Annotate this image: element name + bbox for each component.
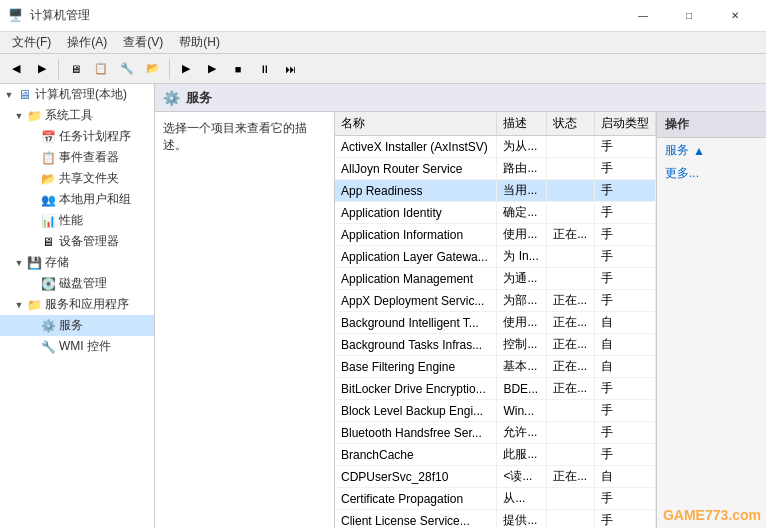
table-row[interactable]: Base Filtering Engine基本...正在...自 bbox=[335, 356, 656, 378]
table-row[interactable]: BitLocker Drive Encryptio...BDE...正在...手 bbox=[335, 378, 656, 400]
task-expand bbox=[26, 130, 40, 144]
tree-system-tools[interactable]: ▼ 📁 系统工具 bbox=[0, 105, 154, 126]
play2-button[interactable]: ▶ bbox=[200, 57, 224, 81]
toolbar-btn-2[interactable]: 📋 bbox=[89, 57, 113, 81]
forward-button[interactable]: ▶ bbox=[30, 57, 54, 81]
toolbar-btn-3[interactable]: 🔧 bbox=[115, 57, 139, 81]
menu-help[interactable]: 帮助(H) bbox=[171, 32, 228, 53]
svc-icon: ⚙️ bbox=[40, 318, 56, 334]
tree-task-scheduler[interactable]: 📅 任务计划程序 bbox=[0, 126, 154, 147]
service-name-cell: BitLocker Drive Encryptio... bbox=[335, 378, 497, 400]
storage-expand: ▼ bbox=[12, 256, 26, 270]
service-name-cell: Application Identity bbox=[335, 202, 497, 224]
table-row[interactable]: Certificate Propagation从...手 bbox=[335, 488, 656, 510]
table-row[interactable]: Application Layer Gatewa...为 In...手 bbox=[335, 246, 656, 268]
menu-bar: 文件(F) 操作(A) 查看(V) 帮助(H) bbox=[0, 32, 766, 54]
table-row[interactable]: Bluetooth Handsfree Ser...允许...手 bbox=[335, 422, 656, 444]
service-start-cell: 手 bbox=[594, 136, 655, 158]
tree-shared-label: 共享文件夹 bbox=[59, 170, 119, 187]
col-start[interactable]: 启动类型 bbox=[594, 112, 655, 136]
service-status-cell bbox=[547, 246, 595, 268]
tree-performance[interactable]: 📊 性能 bbox=[0, 210, 154, 231]
table-row[interactable]: AllJoyn Router Service路由...手 bbox=[335, 158, 656, 180]
action-panel: 操作 服务 ▲ 更多... bbox=[656, 112, 766, 528]
service-status-cell bbox=[547, 158, 595, 180]
back-button[interactable]: ◀ bbox=[4, 57, 28, 81]
tree-local-users[interactable]: 👥 本地用户和组 bbox=[0, 189, 154, 210]
service-name-cell: Background Tasks Infras... bbox=[335, 334, 497, 356]
toolbar-btn-4[interactable]: 📂 bbox=[141, 57, 165, 81]
service-desc-cell: Win... bbox=[497, 400, 547, 422]
tree-services[interactable]: ⚙️ 服务 bbox=[0, 315, 154, 336]
table-row[interactable]: Application Information使用...正在...手 bbox=[335, 224, 656, 246]
toolbar-btn-1[interactable]: 🖥 bbox=[63, 57, 87, 81]
table-row[interactable]: Application Identity确定...手 bbox=[335, 202, 656, 224]
table-row[interactable]: App Readiness当用...手 bbox=[335, 180, 656, 202]
service-start-cell: 手 bbox=[594, 422, 655, 444]
tree-perf-label: 性能 bbox=[59, 212, 83, 229]
service-status-cell bbox=[547, 488, 595, 510]
service-start-cell: 手 bbox=[594, 158, 655, 180]
action-service-link[interactable]: 服务 ▲ bbox=[657, 138, 766, 163]
service-name-cell: BranchCache bbox=[335, 444, 497, 466]
table-row[interactable]: Block Level Backup Engi...Win...手 bbox=[335, 400, 656, 422]
close-button[interactable]: ✕ bbox=[712, 0, 758, 32]
menu-action[interactable]: 操作(A) bbox=[59, 32, 115, 53]
storage-icon: 💾 bbox=[26, 255, 42, 271]
service-name-cell: AppX Deployment Servic... bbox=[335, 290, 497, 312]
stop-button[interactable]: ■ bbox=[226, 57, 250, 81]
service-start-cell: 自 bbox=[594, 466, 655, 488]
table-row[interactable]: Background Tasks Infras...控制...正在...自 bbox=[335, 334, 656, 356]
service-status-cell: 正在... bbox=[547, 334, 595, 356]
service-start-cell: 自 bbox=[594, 356, 655, 378]
col-name[interactable]: 名称 bbox=[335, 112, 497, 136]
maximize-button[interactable]: □ bbox=[666, 0, 712, 32]
toolbar: ◀ ▶ 🖥 📋 🔧 📂 ▶ ▶ ■ ⏸ ⏭ bbox=[0, 54, 766, 84]
play-button[interactable]: ▶ bbox=[174, 57, 198, 81]
task-icon: 📅 bbox=[40, 129, 56, 145]
perf-icon: 📊 bbox=[40, 213, 56, 229]
table-row[interactable]: BranchCache此服...手 bbox=[335, 444, 656, 466]
service-status-cell bbox=[547, 202, 595, 224]
tree-disk-label: 磁盘管理 bbox=[59, 275, 107, 292]
minimize-button[interactable]: — bbox=[620, 0, 666, 32]
service-status-cell bbox=[547, 180, 595, 202]
tree-shared-folders[interactable]: 📂 共享文件夹 bbox=[0, 168, 154, 189]
event-icon: 📋 bbox=[40, 150, 56, 166]
service-start-cell: 自 bbox=[594, 334, 655, 356]
service-start-cell: 自 bbox=[594, 312, 655, 334]
tree-services-apps[interactable]: ▼ 📁 服务和应用程序 bbox=[0, 294, 154, 315]
tree-disk-mgmt[interactable]: 💽 磁盘管理 bbox=[0, 273, 154, 294]
service-name-cell: Block Level Backup Engi... bbox=[335, 400, 497, 422]
service-name-cell: App Readiness bbox=[335, 180, 497, 202]
table-row[interactable]: Client License Service...提供...手 bbox=[335, 510, 656, 529]
toolbar-sep-1 bbox=[58, 59, 59, 79]
table-row[interactable]: Application Management为通...手 bbox=[335, 268, 656, 290]
title-text: 计算机管理 bbox=[30, 7, 90, 24]
service-start-cell: 手 bbox=[594, 378, 655, 400]
device-expand bbox=[26, 235, 40, 249]
col-status[interactable]: 状态 bbox=[547, 112, 595, 136]
restart-button[interactable]: ⏭ bbox=[278, 57, 302, 81]
table-row[interactable]: Background Intelligent T...使用...正在...自 bbox=[335, 312, 656, 334]
col-desc[interactable]: 描述 bbox=[497, 112, 547, 136]
table-row[interactable]: AppX Deployment Servic...为部...正在...手 bbox=[335, 290, 656, 312]
pause-button[interactable]: ⏸ bbox=[252, 57, 276, 81]
tree-device-manager[interactable]: 🖥 设备管理器 bbox=[0, 231, 154, 252]
tree-root[interactable]: ▼ 🖥 计算机管理(本地) bbox=[0, 84, 154, 105]
shared-icon: 📂 bbox=[40, 171, 56, 187]
menu-file[interactable]: 文件(F) bbox=[4, 32, 59, 53]
service-desc-cell: 路由... bbox=[497, 158, 547, 180]
menu-view[interactable]: 查看(V) bbox=[115, 32, 171, 53]
service-status-cell: 正在... bbox=[547, 466, 595, 488]
table-row[interactable]: CDPUserSvc_28f10<读...正在...自 bbox=[335, 466, 656, 488]
action-header: 操作 bbox=[657, 112, 766, 138]
table-row[interactable]: ActiveX Installer (AxInstSV)为从...手 bbox=[335, 136, 656, 158]
action-more-link[interactable]: 更多... bbox=[657, 163, 766, 184]
tree-wmi[interactable]: 🔧 WMI 控件 bbox=[0, 336, 154, 357]
tree-storage[interactable]: ▼ 💾 存储 bbox=[0, 252, 154, 273]
service-table-wrapper[interactable]: 名称 描述 状态 启动类型 ActiveX Installer (AxInstS… bbox=[335, 112, 656, 528]
service-start-cell: 手 bbox=[594, 510, 655, 529]
tree-event-viewer[interactable]: 📋 事件查看器 bbox=[0, 147, 154, 168]
main-layout: ▼ 🖥 计算机管理(本地) ▼ 📁 系统工具 📅 任务计划程序 📋 事件查看器 … bbox=[0, 84, 766, 528]
